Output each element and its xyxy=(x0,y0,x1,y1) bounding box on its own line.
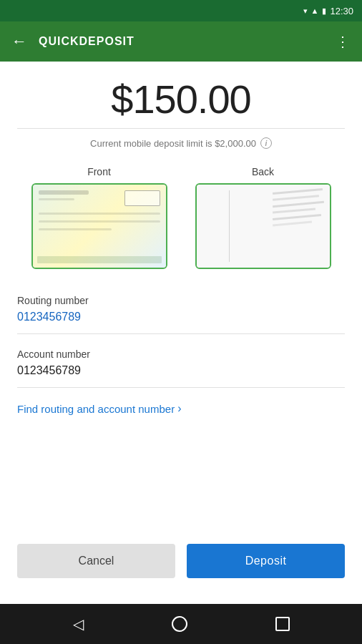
info-icon[interactable]: i xyxy=(260,137,272,149)
deposit-limit: Current mobile deposit limit is $2,000.0… xyxy=(17,132,345,160)
account-value[interactable]: 0123456789 xyxy=(17,364,345,384)
back-label: Back xyxy=(252,166,274,177)
main-content: $150.00 Current mobile deposit limit is … xyxy=(0,62,362,426)
back-button[interactable]: ← xyxy=(11,32,27,51)
check-images-section: Front Back xyxy=(17,160,345,283)
menu-button[interactable]: ⋮ xyxy=(336,33,351,50)
action-buttons: Cancel Deposit xyxy=(0,535,362,587)
account-divider xyxy=(17,387,345,388)
amount-display: $150.00 xyxy=(17,76,345,122)
battery-icon: ▮ xyxy=(322,6,326,16)
nav-recent-button[interactable] xyxy=(275,617,290,631)
nav-bar: ◁ xyxy=(0,604,362,644)
nav-back-button[interactable]: ◁ xyxy=(73,615,84,633)
back-check-image[interactable] xyxy=(195,183,331,269)
routing-divider xyxy=(17,333,345,334)
nav-home-button[interactable] xyxy=(172,616,187,632)
find-routing-link[interactable]: Find routing and account number › xyxy=(17,391,345,426)
app-bar: ← QUICKDEPOSIT ⋮ xyxy=(0,21,362,62)
routing-number-group: Routing number 0123456789 xyxy=(17,283,345,334)
cancel-button[interactable]: Cancel xyxy=(17,544,175,578)
check-back-art xyxy=(197,185,330,268)
status-icons: ▾ ▲ ▮ 12:30 xyxy=(303,6,353,16)
amount-divider xyxy=(17,128,345,129)
signal-icon: ▲ xyxy=(311,6,319,15)
deposit-button[interactable]: Deposit xyxy=(187,544,345,578)
front-check-image[interactable] xyxy=(31,183,167,269)
back-check-container: Back xyxy=(195,166,331,269)
app-bar-title: QUICKDEPOSIT xyxy=(39,35,336,48)
chevron-right-icon: › xyxy=(177,402,181,415)
account-number-group: Account number 0123456789 xyxy=(17,337,345,388)
front-check-container: Front xyxy=(31,166,167,269)
check-front-art xyxy=(33,185,166,268)
account-label: Account number xyxy=(17,348,345,360)
status-bar: ▾ ▲ ▮ 12:30 xyxy=(0,0,362,21)
find-routing-text: Find routing and account number xyxy=(17,403,175,415)
status-time: 12:30 xyxy=(330,6,353,16)
routing-value[interactable]: 0123456789 xyxy=(17,311,345,331)
front-label: Front xyxy=(87,166,111,177)
deposit-limit-text: Current mobile deposit limit is $2,000.0… xyxy=(90,138,256,149)
form-section: Routing number 0123456789 Account number… xyxy=(17,283,345,426)
wifi-icon: ▾ xyxy=(303,6,308,16)
routing-label: Routing number xyxy=(17,295,345,306)
